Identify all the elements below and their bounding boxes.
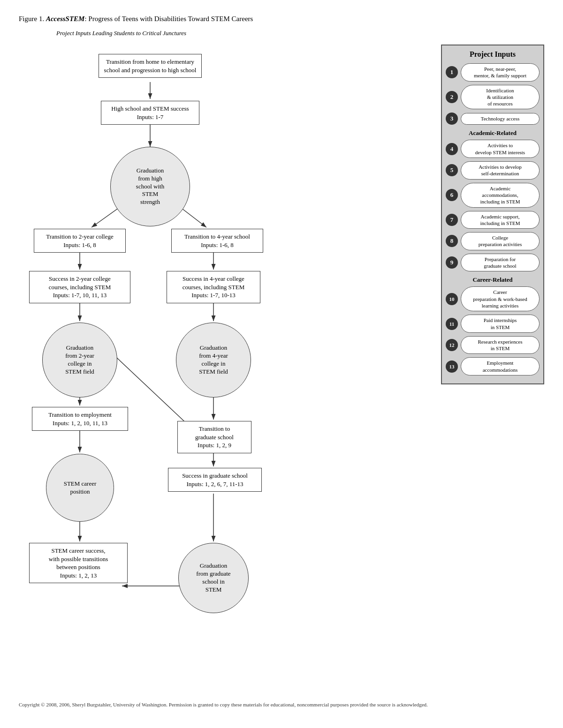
panel-oval-3: Technology access xyxy=(461,113,540,124)
node-career-success: STEM career success,with possible transi… xyxy=(29,543,128,583)
panel-oval-13: Employmentaccommodations xyxy=(461,357,540,375)
panel-num-5: 5 xyxy=(446,164,458,176)
panel-item-12: 12 Research experiencesin STEM xyxy=(446,336,540,354)
panel-item-2: 2 Identification& utilizationof resource… xyxy=(446,85,540,110)
panel-num-7: 7 xyxy=(446,214,458,226)
panel-oval-7: Academic support,including in STEM xyxy=(461,211,540,229)
node-graduation-hs: Graduationfrom highschool withSTEMstreng… xyxy=(110,147,190,226)
node-transition-grad-school: Transition tograduate schoolInputs: 1, 2… xyxy=(177,421,251,453)
panel-oval-5: Activities to developself-determination xyxy=(461,161,540,180)
node-grad-4yr: Graduationfrom 4-yearcollege inSTEM fiel… xyxy=(176,323,251,398)
flowchart: Transition from home to elementaryschool… xyxy=(19,45,432,691)
node-transition-4yr: Transition to 4-year schoolInputs: 1-6, … xyxy=(171,229,263,253)
panel-oval-1: Peer, near-peer,mentor, & family support xyxy=(461,63,540,82)
node-transition-2yr: Transition to 2-year collegeInputs: 1-6,… xyxy=(34,229,126,253)
panel-num-4: 4 xyxy=(446,143,458,155)
panel-num-13: 13 xyxy=(446,360,458,373)
panel-num-3: 3 xyxy=(446,113,458,125)
node-transition-employment: Transition to employmentInputs: 1, 2, 10… xyxy=(32,407,128,431)
panel-item-6: 6 Academicaccommodations,including in ST… xyxy=(446,183,540,208)
panel-item-3: 3 Technology access xyxy=(446,113,540,125)
panel-oval-10: Careerpreparation & work-basedlearning a… xyxy=(461,286,540,311)
panel-item-13: 13 Employmentaccommodations xyxy=(446,357,540,375)
figure-subtitle: Project Inputs Leading Students to Criti… xyxy=(56,30,544,37)
node-stem-career: STEM careerposition xyxy=(46,454,114,522)
panel-num-6: 6 xyxy=(446,189,458,201)
panel-num-12: 12 xyxy=(446,339,458,351)
panel-num-2: 2 xyxy=(446,91,458,103)
panel-career-title: Career-Related xyxy=(446,276,540,284)
panel-academic-title: Academic-Related xyxy=(446,129,540,137)
panel-title: Project Inputs xyxy=(446,50,540,59)
node-grad-2yr: Graduationfrom 2-yearcollege inSTEM fiel… xyxy=(42,323,117,398)
panel-num-9: 9 xyxy=(446,256,458,269)
panel-oval-2: Identification& utilizationof resources xyxy=(461,85,540,110)
node-grad-from-grad: Graduationfrom graduateschool inSTEM xyxy=(178,543,249,613)
figure-title: Figure 1. AccessSTEM: Progress of Teens … xyxy=(19,14,544,24)
panel-item-8: 8 Collegepreparation activities xyxy=(446,232,540,250)
panel-item-10: 10 Careerpreparation & work-basedlearnin… xyxy=(446,286,540,311)
panel-num-1: 1 xyxy=(446,66,458,78)
panel-oval-4: Activities todevelop STEM interests xyxy=(461,140,540,158)
panel-oval-11: Paid internshipsin STEM xyxy=(461,315,540,333)
panel-item-11: 11 Paid internshipsin STEM xyxy=(446,315,540,333)
panel-num-11: 11 xyxy=(446,318,458,330)
project-inputs-panel: Project Inputs 1 Peer, near-peer,mentor,… xyxy=(441,45,544,384)
panel-num-8: 8 xyxy=(446,235,458,247)
node-success-grad: Success in graduate schoolInputs: 1, 2, … xyxy=(168,468,262,492)
node-success-4yr: Success in 4-year collegecourses, includ… xyxy=(167,271,260,303)
panel-item-5: 5 Activities to developself-determinatio… xyxy=(446,161,540,180)
panel-item-4: 4 Activities todevelop STEM interests xyxy=(446,140,540,158)
panel-item-9: 9 Preparation forgraduate school xyxy=(446,254,540,272)
node-high-school: High school and STEM successInputs: 1-7 xyxy=(101,101,199,125)
panel-oval-12: Research experiencesin STEM xyxy=(461,336,540,354)
panel-item-7: 7 Academic support,including in STEM xyxy=(446,211,540,229)
panel-item-1: 1 Peer, near-peer,mentor, & family suppo… xyxy=(446,63,540,82)
panel-oval-6: Academicaccommodations,including in STEM xyxy=(461,183,540,208)
panel-oval-9: Preparation forgraduate school xyxy=(461,254,540,272)
panel-num-10: 10 xyxy=(446,293,458,305)
copyright: Copyright © 2008, 2006, Sheryl Burgstahl… xyxy=(19,701,544,709)
node-success-2yr: Success in 2-year collegecourses, includ… xyxy=(29,271,130,303)
node-start: Transition from home to elementaryschool… xyxy=(99,54,202,78)
panel-oval-8: Collegepreparation activities xyxy=(461,232,540,250)
